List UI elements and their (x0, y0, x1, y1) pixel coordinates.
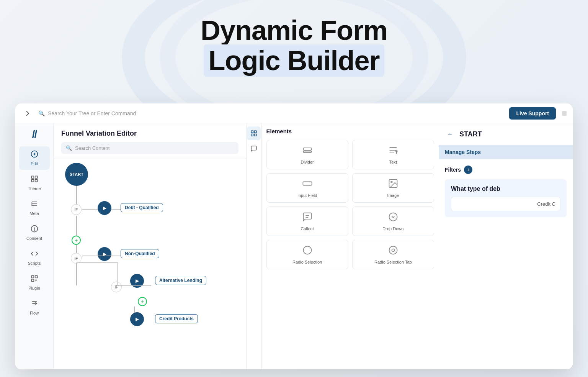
svg-point-33 (389, 246, 397, 254)
funnel-editor-title: Funnel Variation Editor (61, 129, 238, 138)
alt-lending-label[interactable]: Alternative Lending (155, 276, 206, 285)
sidebar-item-theme[interactable]: Theme (19, 171, 50, 195)
start-node[interactable]: START (65, 163, 88, 186)
props-tab-manage-steps[interactable]: Manage Steps (439, 145, 573, 159)
elements-wrapper: Elements Divider (247, 123, 439, 369)
svg-point-32 (303, 246, 311, 254)
svg-rect-21 (251, 134, 253, 136)
svg-point-31 (389, 213, 397, 221)
credit-products-label[interactable]: Credit Products (155, 314, 198, 323)
svg-text:T: T (395, 150, 398, 154)
sidebar-item-scripts[interactable]: Scripts (19, 246, 50, 269)
consent-icon (31, 225, 38, 234)
title-line2: Logic Builder (204, 44, 384, 77)
element-label-radio: Radio Selection (292, 260, 322, 264)
sidebar-item-label-flow: Flow (30, 311, 39, 315)
callout-icon (302, 211, 313, 224)
sidebar-item-label-meta: Meta (29, 211, 39, 216)
radio-selection-tab-icon (388, 245, 399, 257)
top-bar-search[interactable]: 🔍 Search Your Tree or Enter Command (38, 110, 505, 116)
element-text[interactable]: T Text (352, 140, 434, 169)
flow-line-h2 (82, 256, 121, 256)
sidebar-item-plugin[interactable]: Plugin (19, 271, 50, 294)
svg-rect-5 (31, 180, 34, 182)
elements-grid: Divider T Text (266, 140, 434, 269)
theme-icon (31, 175, 38, 185)
svg-point-34 (392, 249, 394, 252)
svg-rect-3 (31, 176, 34, 179)
main-content: // Edit Theme (15, 123, 573, 369)
filters-add-button[interactable]: + (464, 166, 472, 174)
top-bar-actions: Live Support (509, 107, 567, 120)
sidebar-item-consent[interactable]: Consent (19, 221, 50, 244)
funnel-editor-header: Funnel Variation Editor 🔍 Search Content (54, 123, 246, 159)
element-input-field[interactable]: Input Field (266, 173, 348, 203)
sidebar-logo: // (32, 128, 37, 140)
if-badge-3: IF (111, 282, 122, 292)
search-icon: 🔍 (38, 110, 45, 116)
scripts-icon (31, 250, 38, 259)
props-title: START (459, 130, 482, 138)
svg-rect-16 (31, 279, 34, 282)
title-line1: Dynamic Form (201, 15, 387, 46)
funnel-search-icon: 🔍 (66, 145, 72, 151)
svg-rect-24 (303, 151, 311, 152)
element-callout[interactable]: Callout (266, 207, 348, 236)
element-image[interactable]: Image (352, 173, 434, 203)
if-badge-2: IF (71, 253, 82, 264)
add-btn-1[interactable]: + (72, 236, 81, 245)
window-controls (562, 111, 567, 116)
svg-point-28 (391, 181, 392, 183)
page-title: Dynamic Form Logic Builder (0, 15, 588, 76)
sidebar: // Edit Theme (15, 123, 54, 369)
debt-qualified-label[interactable]: Debt - Qualified (121, 203, 163, 212)
element-label-text: Text (389, 160, 397, 164)
properties-panel: ← START Manage Steps Filters + What type… (439, 123, 573, 369)
add-btn-2[interactable]: + (138, 297, 147, 306)
collapse-button[interactable] (21, 107, 34, 120)
edit-icon (31, 150, 38, 160)
elements-title: Elements (266, 128, 434, 134)
props-body: Filters + What type of deb Credit C (439, 159, 573, 369)
play-btn-2[interactable]: ▶ (98, 247, 111, 261)
element-radio-selection-tab[interactable]: Radio Selection Tab (352, 240, 434, 269)
svg-rect-20 (255, 131, 256, 133)
svg-rect-23 (303, 148, 311, 150)
svg-rect-4 (35, 176, 37, 179)
element-label-image: Image (387, 193, 399, 198)
sidebar-item-label-scripts: Scripts (28, 261, 41, 266)
sidebar-item-meta[interactable]: Meta (19, 196, 50, 220)
non-qualified-label[interactable]: Non-Qualified (121, 249, 159, 258)
filters-row: Filters + (445, 166, 567, 174)
element-divider[interactable]: Divider (266, 140, 348, 169)
live-support-button[interactable]: Live Support (509, 107, 556, 120)
element-label-divider: Divider (301, 160, 314, 164)
funnel-search[interactable]: 🔍 Search Content (61, 142, 238, 154)
props-back-button[interactable]: ← (445, 129, 456, 139)
element-dropdown[interactable]: Drop Down (352, 207, 434, 236)
svg-rect-15 (35, 276, 37, 278)
radio-selection-icon (302, 245, 313, 257)
svg-rect-22 (255, 134, 256, 136)
search-placeholder-text: Search Your Tree or Enter Command (48, 110, 136, 116)
elements-chat-icon[interactable] (247, 142, 261, 156)
flow-line-v2 (76, 216, 77, 239)
filters-label: Filters (445, 167, 461, 173)
meta-icon (31, 200, 38, 210)
elements-panel-icons (247, 123, 262, 369)
sidebar-item-label-edit: Edit (31, 161, 38, 166)
elements-grid-icon[interactable] (247, 126, 261, 140)
plugin-icon (31, 275, 38, 284)
elements-list: Elements Divider (262, 123, 439, 369)
props-card-input: Credit C (451, 197, 560, 211)
input-field-icon (302, 178, 313, 191)
element-radio-selection[interactable]: Radio Selection (266, 240, 348, 269)
sidebar-item-flow[interactable]: Flow (19, 296, 50, 319)
play-btn-1[interactable]: ▶ (98, 201, 111, 215)
funnel-canvas: START IF Debt - Qualified ▶ + (54, 159, 246, 369)
sidebar-item-edit[interactable]: Edit (19, 146, 50, 170)
app-container: 🔍 Search Your Tree or Enter Command Live… (15, 103, 573, 369)
title-section: Dynamic Form Logic Builder (0, 0, 588, 87)
play-btn-4[interactable]: ▶ (130, 312, 144, 326)
props-card-question: What type of deb (451, 185, 560, 192)
